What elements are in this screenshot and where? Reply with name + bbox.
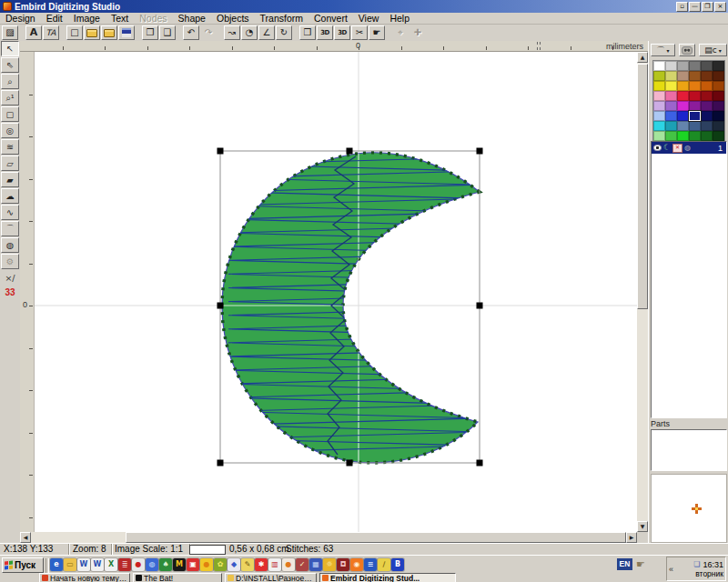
taskbar-window-4[interactable]: Embird Digitizing Stud... xyxy=(319,573,456,582)
palette-color-4-2[interactable] xyxy=(677,101,689,111)
manual-stitch-tool[interactable]: ≋ xyxy=(1,139,19,155)
ql-badge-icon[interactable]: ● xyxy=(132,558,145,571)
palette-color-0-0[interactable] xyxy=(653,61,665,71)
palette-color-0-1[interactable] xyxy=(665,61,677,71)
palette-color-7-1[interactable] xyxy=(665,131,677,141)
save-button[interactable] xyxy=(118,25,135,40)
overview-button[interactable]: ▨ xyxy=(2,25,18,40)
menu-edit[interactable]: Edit xyxy=(41,13,68,24)
ql-word-icon[interactable]: W xyxy=(77,558,90,571)
palette-color-1-4[interactable] xyxy=(701,71,713,81)
menu-help[interactable]: Help xyxy=(384,13,415,24)
selection-handle[interactable] xyxy=(347,460,353,467)
palette-color-2-1[interactable] xyxy=(665,81,677,91)
ql-grid-icon[interactable]: ▦ xyxy=(309,558,322,571)
fill-pattern-dropdown[interactable]: ▤ c ▾ xyxy=(699,44,727,56)
palette-color-7-3[interactable] xyxy=(689,131,701,141)
palette-color-3-0[interactable] xyxy=(653,91,665,101)
freehand-tool[interactable]: ☁ xyxy=(1,188,19,204)
stitch-mark-icon[interactable]: ×∕ xyxy=(1,270,19,286)
ql-plant-icon[interactable]: ♠ xyxy=(159,558,172,571)
pointer-hand-icon[interactable]: ☛ xyxy=(636,558,645,570)
object-list[interactable]: ☾ ✕ ◍ 1 xyxy=(651,141,727,418)
taskbar-window-1[interactable]: Начать новую тему :: B... xyxy=(39,573,130,582)
curve-style-dropdown[interactable]: ⌒ ▾ xyxy=(651,44,675,56)
scroll-down-button[interactable]: ▼ xyxy=(637,521,648,532)
palette-color-3-1[interactable] xyxy=(665,91,677,101)
horizontal-scroll-thumb[interactable] xyxy=(126,532,626,543)
palette-color-5-4[interactable] xyxy=(701,111,713,121)
ql-tools-icon[interactable]: ✓ xyxy=(296,558,308,571)
palette-color-4-0[interactable] xyxy=(653,101,665,111)
new-button[interactable]: □ xyxy=(66,25,83,40)
ql-browser-icon[interactable]: e xyxy=(50,558,63,571)
palette-color-7-0[interactable] xyxy=(653,131,665,141)
menu-convert[interactable]: Convert xyxy=(308,13,353,24)
scroll-left-button[interactable]: ◀ xyxy=(20,532,31,543)
menu-text[interactable]: Text xyxy=(106,13,134,24)
palette-color-7-5[interactable] xyxy=(713,131,724,141)
menu-view[interactable]: View xyxy=(353,13,385,24)
column-shear-tool[interactable]: ▰ xyxy=(1,172,19,187)
ql-orange-ball-icon[interactable]: ● xyxy=(282,558,295,571)
palette-color-1-5[interactable] xyxy=(713,71,724,81)
zoom-1to1-tool[interactable]: ⌕¹ xyxy=(1,90,19,105)
minimize-button[interactable]: — xyxy=(689,2,701,12)
menu-transform[interactable]: Transform xyxy=(255,13,308,24)
ql-folder-icon[interactable]: ▭ xyxy=(64,558,76,571)
palette-color-6-3[interactable] xyxy=(689,121,701,131)
create-outline-tool[interactable]: ◎ xyxy=(1,123,19,138)
palette-color-4-5[interactable] xyxy=(713,101,724,111)
close-button[interactable]: × xyxy=(714,2,726,12)
taskbar-window-2[interactable]: The Bat! xyxy=(133,573,222,582)
ql-excel-icon[interactable]: X xyxy=(105,558,117,571)
undo-button[interactable]: ↶ xyxy=(183,25,199,40)
ql-books-icon[interactable]: ≣ xyxy=(118,558,131,571)
horizontal-scrollbar[interactable]: ◀ ▶ xyxy=(20,532,637,543)
palette-color-1-3[interactable] xyxy=(689,71,701,81)
scroll-right-button[interactable]: ▶ xyxy=(626,532,637,543)
arc-tool[interactable]: ⌒ xyxy=(1,221,19,236)
vertical-scroll-thumb[interactable] xyxy=(637,64,648,309)
ql-palette-icon[interactable]: ✿ xyxy=(214,558,227,571)
palette-color-7-4[interactable] xyxy=(701,131,713,141)
menu-shape[interactable]: Shape xyxy=(173,13,211,24)
language-indicator[interactable]: EN xyxy=(617,558,632,570)
palette-color-6-5[interactable] xyxy=(713,121,724,131)
frame-button[interactable]: ❒ xyxy=(299,25,316,40)
palette-color-0-4[interactable] xyxy=(701,61,713,71)
object-row-selected[interactable]: ☾ ✕ ◍ 1 xyxy=(652,142,726,154)
palette-color-4-1[interactable] xyxy=(665,101,677,111)
palette-color-3-4[interactable] xyxy=(701,91,713,101)
ql-slash-icon[interactable]: ∕ xyxy=(378,558,390,571)
sew-simulator-button[interactable] xyxy=(679,44,695,56)
palette-color-5-0[interactable] xyxy=(653,111,665,121)
palette-color-6-1[interactable] xyxy=(665,121,677,131)
ql-notes-icon[interactable]: ✎ xyxy=(241,558,254,571)
ql-word-doc-icon[interactable]: W xyxy=(91,558,104,571)
palette-color-2-0[interactable] xyxy=(653,81,665,91)
selection-handle[interactable] xyxy=(347,148,353,155)
palette-color-7-2[interactable] xyxy=(677,131,689,141)
view-3d-button[interactable]: 3D xyxy=(317,25,333,40)
ql-bluetooth-icon[interactable]: B xyxy=(391,558,404,571)
palette-color-0-3[interactable] xyxy=(689,61,701,71)
stitch-edit-button[interactable]: ✂ xyxy=(351,25,368,40)
ql-lines-icon[interactable]: ≡ xyxy=(364,558,377,571)
selection-handle[interactable] xyxy=(217,148,224,155)
node-select-tool[interactable]: ⇖ xyxy=(1,57,19,73)
parts-list[interactable] xyxy=(651,429,727,471)
palette-color-6-2[interactable] xyxy=(677,121,689,131)
menu-objects[interactable]: Objects xyxy=(211,13,255,24)
palette-color-5-1[interactable] xyxy=(665,111,677,121)
taskbar-window-3[interactable]: D:\INSTALL\Разное\Embird xyxy=(225,573,317,582)
palette-color-5-2[interactable] xyxy=(677,111,689,121)
palette-color-4-4[interactable] xyxy=(701,101,713,111)
open-button[interactable] xyxy=(84,25,100,40)
rotate-button[interactable]: ↻ xyxy=(276,25,292,40)
design-canvas[interactable] xyxy=(35,52,637,532)
zigzag-tool[interactable]: ∿ xyxy=(1,205,19,220)
gauge-button[interactable]: ◔ xyxy=(241,25,258,40)
pattern-fill-tool[interactable]: ◍ xyxy=(1,237,19,253)
palette-color-3-5[interactable] xyxy=(713,91,724,101)
